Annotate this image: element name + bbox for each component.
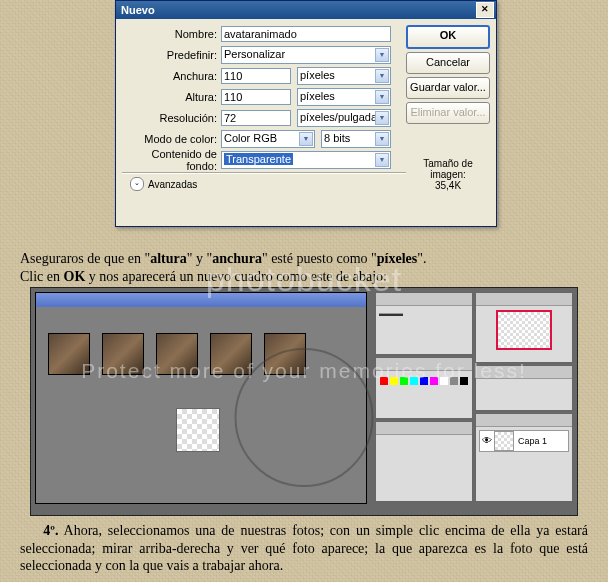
bits-select[interactable]: 8 bits xyxy=(321,130,391,148)
panel-info xyxy=(475,365,573,411)
nombre-input[interactable] xyxy=(221,26,391,42)
ok-button[interactable]: OK xyxy=(406,25,490,49)
cancelar-button[interactable]: Cancelar xyxy=(406,52,490,74)
photo-thumb-3[interactable] xyxy=(156,333,198,375)
modo-select[interactable]: Color RGB xyxy=(221,130,315,148)
photo-thumb-5[interactable] xyxy=(264,333,306,375)
photoshop-screenshot: ▬▬▬ xyxy=(30,287,578,516)
label-nombre: Nombre: xyxy=(122,28,221,40)
photo-thumb-1[interactable] xyxy=(48,333,90,375)
photo-thumb-2[interactable] xyxy=(102,333,144,375)
label-modo: Modo de color: xyxy=(122,133,221,145)
dialog-title: Nuevo xyxy=(121,4,155,16)
panel-layers: 👁 Capa 1 xyxy=(475,413,573,502)
dialog-titlebar: Nuevo ✕ xyxy=(116,1,496,19)
instruction-text-2: 4º. Ahora, seleccionamos una de nuestras… xyxy=(20,522,588,575)
chevron-down-icon: ⌄ xyxy=(130,177,144,191)
avanzadas-toggle[interactable]: ⌄ Avanzadas xyxy=(130,177,406,191)
panel-styles: ▬▬▬ xyxy=(375,292,473,355)
eye-icon[interactable]: 👁 xyxy=(480,435,494,446)
layer-thumb xyxy=(494,431,514,451)
panel-navigator xyxy=(475,292,573,363)
label-resolucion: Resolución: xyxy=(122,112,221,124)
label-anchura: Anchura: xyxy=(122,70,221,82)
guardar-valor-button[interactable]: Guardar valor... xyxy=(406,77,490,99)
size-info: Tamaño de imagen: 35,4K xyxy=(406,158,490,191)
photo-thumb-4[interactable] xyxy=(210,333,252,375)
anchura-input[interactable] xyxy=(221,68,291,84)
label-altura: Altura: xyxy=(122,91,221,103)
predefinir-select[interactable]: Personalizar xyxy=(221,46,391,64)
fondo-select[interactable]: Transparente xyxy=(221,151,391,169)
new-transparent-canvas[interactable] xyxy=(176,408,220,452)
new-document-dialog: Nuevo ✕ Nombre: Predefinir: Personalizar… xyxy=(115,0,497,227)
altura-unit-select[interactable]: píxeles xyxy=(297,88,391,106)
panel-color xyxy=(375,357,473,418)
altura-input[interactable] xyxy=(221,89,291,105)
close-icon[interactable]: ✕ xyxy=(476,2,494,18)
resolucion-unit-select[interactable]: píxeles/pulgada xyxy=(297,109,391,127)
resolucion-input[interactable] xyxy=(221,110,291,126)
instruction-text-1: Aseguraros de que en "altura" y "anchura… xyxy=(20,250,588,285)
anchura-unit-select[interactable]: píxeles xyxy=(297,67,391,85)
layer-row[interactable]: 👁 Capa 1 xyxy=(479,430,569,452)
eliminar-valor-button: Eliminar valor... xyxy=(406,102,490,124)
label-fondo: Contenido de fondo: xyxy=(122,148,221,172)
document-window xyxy=(35,292,367,504)
panel-history xyxy=(375,421,473,502)
navigator-thumb xyxy=(496,310,552,350)
label-predefinir: Predefinir: xyxy=(122,49,221,61)
